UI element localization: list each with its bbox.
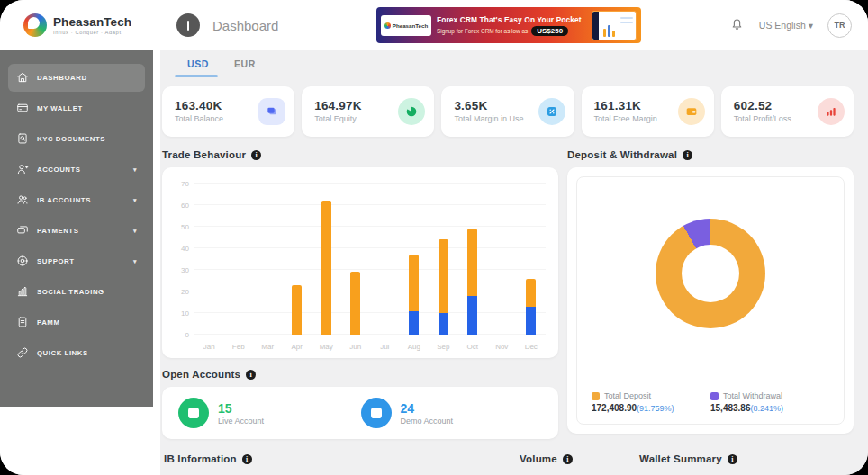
sidebar-item-label: DASHBOARD <box>37 74 87 82</box>
bar-chart-icon <box>16 285 29 300</box>
info-icon[interactable]: i <box>242 454 252 464</box>
banner-brand-name: PheasanTech <box>393 22 428 29</box>
sidebar-item-label: SUPPORT <box>37 257 75 265</box>
bars-icon <box>818 98 845 125</box>
sidebar-item-label: QUICK LINKS <box>37 349 88 357</box>
sidebar-item-label: IB ACCOUNTS <box>37 196 91 204</box>
wallet-icon <box>678 98 705 125</box>
trade-behaviour-chart: 010203040506070JanFebMarAprMayJunJulAugS… <box>162 167 558 358</box>
demo-account-count: 24 <box>401 401 454 416</box>
pie-icon <box>398 98 425 125</box>
banner-brand-logo: PheasanTech <box>381 15 431 36</box>
info-icon[interactable]: i <box>251 150 261 160</box>
sidebar-item-payments[interactable]: PAYMENTS ▾ <box>8 217 145 245</box>
legend-total-withdrawal[interactable]: Total Withdrawal 15,483.86(8.241%) <box>710 391 829 413</box>
user-plus-icon <box>16 163 29 177</box>
info-icon[interactable]: i <box>563 454 573 464</box>
deposit-withdrawal-card: Total Deposit 172,408.90(91.759%) Total … <box>567 167 854 434</box>
live-account-count: 15 <box>218 401 264 416</box>
cards-icon <box>258 98 285 125</box>
bottom-sections-row: IB Information i Volume i Wallet Summary… <box>162 453 854 464</box>
sidebar-item-pamm[interactable]: PAMM <box>8 309 145 336</box>
chevron-down-icon: ▾ <box>133 166 137 174</box>
sidebar-item-ib-accounts[interactable]: IB ACCOUNTS ▾ <box>8 186 145 214</box>
forex-crm-ad-banner[interactable]: PheasanTech Forex CRM That's Easy On You… <box>376 7 641 43</box>
sidebar-item-label: KYC DOCUMENTS <box>37 135 105 143</box>
demo-account-icon <box>361 398 392 428</box>
sidebar-item-quick-links[interactable]: QUICK LINKS <box>8 339 145 367</box>
info-icon[interactable]: i <box>728 454 737 464</box>
language-selector[interactable]: US English ▾ <box>759 20 813 31</box>
brand-name: PheasanTech <box>53 15 131 29</box>
bar-apr <box>292 285 302 335</box>
sidebar: PheasanTech Influx · Conquer · Adapt DAS… <box>0 0 160 475</box>
info-icon[interactable]: i <box>246 370 256 380</box>
open-account-item: 24 Demo Account <box>361 398 544 428</box>
sidebar-item-social-trading[interactable]: SOCIAL TRADING <box>8 278 145 306</box>
brand-tagline: Influx · Conquer · Adapt <box>53 30 131 35</box>
link-icon <box>16 346 29 361</box>
stat-value: 161.31K <box>594 99 657 112</box>
open-accounts-card: 15 Live Account 24 Demo Account <box>162 387 558 439</box>
bar-oct <box>467 229 477 335</box>
sidebar-item-accounts[interactable]: ACCOUNTS ▾ <box>8 156 145 184</box>
open-accounts-title: Open Accounts i <box>162 369 558 380</box>
info-icon[interactable]: i <box>683 150 692 160</box>
legend-total-deposit[interactable]: Total Deposit 172,408.90(91.759%) <box>592 391 710 413</box>
brand-logo: PheasanTech Influx · Conquer · Adapt <box>0 0 160 50</box>
stat-value: 164.97K <box>314 99 361 112</box>
bar-sep <box>439 239 448 335</box>
donut-legend: Total Deposit 172,408.90(91.759%) Total … <box>577 391 844 424</box>
sidebar-menu: DASHBOARD MY WALLET KYC DOCUMENTS ACCOUN… <box>0 50 153 407</box>
percent-square-icon <box>538 98 565 125</box>
banner-headline: Forex CRM That's Easy On Your Pocket <box>437 15 582 24</box>
bar-may <box>321 201 331 335</box>
trade-behaviour-title: Trade Behaviour i <box>162 149 558 160</box>
user-avatar[interactable]: TR <box>827 13 852 38</box>
main-area: Dashboard PheasanTech Forex CRM That's E… <box>160 0 868 475</box>
menu-toggle-button[interactable] <box>176 13 200 37</box>
document-search-icon <box>16 132 29 147</box>
bar-dec <box>526 279 536 335</box>
banner-subtext: Signup for Forex CRM for as low as <box>437 28 528 34</box>
sidebar-item-dashboard[interactable]: DASHBOARD <box>8 64 145 92</box>
file-icon <box>16 316 29 330</box>
stat-card: 163.40K Total Balance <box>162 86 294 137</box>
stat-label: Total Margin in Use <box>454 114 523 124</box>
sidebar-item-label: ACCOUNTS <box>37 166 81 174</box>
chevron-down-icon: ▾ <box>133 258 137 265</box>
chevron-down-icon: ▾ <box>133 228 137 235</box>
bar-aug <box>409 255 419 335</box>
demo-account-label: Demo Account <box>401 417 454 426</box>
dashboard-content: 163.40K Total Balance 164.97K Total Equi… <box>160 77 868 475</box>
sidebar-item-my-wallet[interactable]: MY WALLET <box>8 94 145 122</box>
chevron-down-icon: ▾ <box>133 197 137 204</box>
headset-icon <box>16 255 29 269</box>
banner-screenshot-thumbnail <box>592 11 637 40</box>
live-account-label: Live Account <box>218 417 264 426</box>
sidebar-item-support[interactable]: SUPPORT ▾ <box>8 247 145 275</box>
sidebar-item-label: PAMM <box>37 318 59 327</box>
sidebar-item-label: SOCIAL TRADING <box>37 288 104 296</box>
trade-behaviour-plot: 010203040506070JanFebMarAprMayJunJulAugS… <box>194 184 546 335</box>
notification-bell-icon[interactable] <box>729 16 745 35</box>
withdrawal-swatch <box>710 392 719 400</box>
stat-label: Total Equity <box>314 114 361 124</box>
wallet-summary-title: Wallet Summary i <box>639 453 737 464</box>
stat-label: Total Balance <box>175 114 223 124</box>
deposit-withdrawal-title: Deposit & Withdrawal i <box>567 149 854 160</box>
sidebar-item-label: PAYMENTS <box>37 227 78 235</box>
home-icon <box>16 71 29 85</box>
wallet-icon <box>16 102 29 116</box>
payment-cards-icon <box>16 224 29 238</box>
stat-card: 164.97K Total Equity <box>302 86 434 137</box>
users-icon <box>16 193 29 208</box>
stat-card: 161.31K Total Free Margin <box>582 86 714 137</box>
live-account-icon <box>178 398 209 428</box>
tab-eur[interactable]: EUR <box>222 50 268 77</box>
stat-label: Total Free Margin <box>594 114 657 124</box>
tab-usd[interactable]: USD <box>175 50 222 77</box>
volume-title: Volume i <box>520 453 639 464</box>
banner-brand-logo-icon <box>384 22 391 29</box>
sidebar-item-kyc-documents[interactable]: KYC DOCUMENTS <box>8 125 145 153</box>
